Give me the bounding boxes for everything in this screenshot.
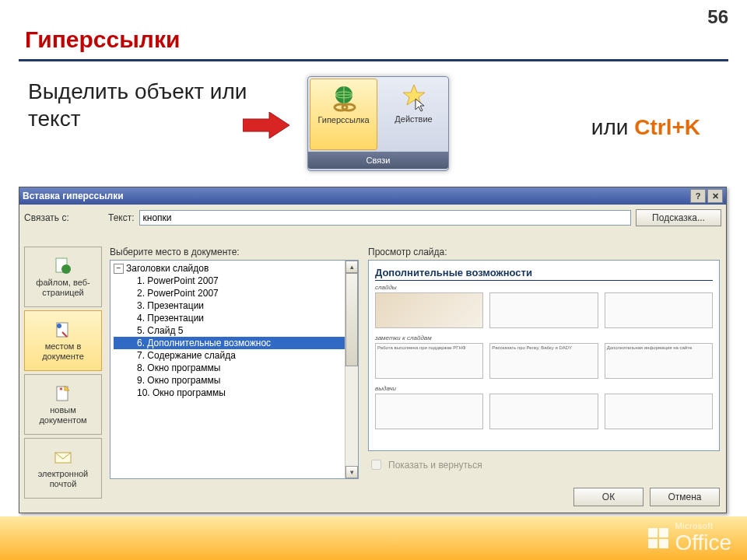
sidebar-item-file-web[interactable]: файлом, веб-страницей: [24, 247, 102, 307]
ribbon-hyperlink-label: Гиперссылка: [317, 115, 369, 124]
title-rule: [19, 59, 728, 61]
link-to-sidebar: файлом, веб-страницей местом в документе…: [24, 247, 102, 478]
insert-hyperlink-dialog: Вставка гиперссылки ? ✕ Связать с: Текст…: [19, 187, 727, 513]
tree-item-selected[interactable]: 6. Дополнительные возможнос: [114, 337, 356, 349]
tree-label: Выберите место в документе:: [110, 247, 359, 257]
footer-brand: Microsoft Office: [0, 516, 747, 560]
preview-thumb: [489, 394, 598, 429]
tree-item[interactable]: 2. PowerPoint 2007: [114, 287, 356, 299]
brand-small: Microsoft: [675, 521, 728, 530]
step-text: Выделить объект или текст: [28, 78, 261, 132]
preview-thumb: [489, 292, 598, 328]
slide-preview: Дополнительные возможности слайды заметк…: [368, 260, 720, 451]
tree-item[interactable]: 10. Окно программы: [114, 387, 356, 399]
shortcut-text: или Ctrl+K: [591, 115, 700, 140]
shortcut-key: Ctrl+K: [634, 115, 700, 139]
tree-item[interactable]: 4. Презентации: [114, 312, 356, 324]
collapse-icon[interactable]: −: [114, 264, 124, 274]
ribbon-hyperlink-button[interactable]: Гиперссылка: [310, 79, 377, 150]
slide-preview-pane: Просмотр слайда: Дополнительные возможно…: [368, 247, 720, 452]
page-number: 56: [707, 6, 728, 28]
preview-thumb: [375, 292, 483, 328]
page-globe-icon: [54, 257, 72, 275]
screentip-button[interactable]: Подсказка...: [636, 209, 721, 226]
preview-section: выдачи: [375, 385, 713, 392]
link-with-label: Связать с:: [24, 209, 102, 223]
preview-slide-title: Дополнительные возможности: [375, 267, 713, 281]
sidebar-item-new-doc[interactable]: ✶ новым документом: [24, 374, 102, 435]
tree-item[interactable]: 5. Слайд 5: [114, 324, 356, 337]
svg-marker-5: [403, 85, 425, 105]
sidebar-item-label: местом в документе: [26, 341, 100, 360]
svg-point-10: [57, 324, 61, 328]
tree-root[interactable]: − Заголовки слайдов: [114, 262, 356, 275]
slide-title: Гиперссылки: [25, 26, 180, 53]
preview-thumb: [605, 292, 713, 328]
tree-item[interactable]: 7. Содержание слайда: [114, 349, 356, 362]
show-return-label: Показать и вернуться: [388, 460, 482, 471]
preview-section: заметки к слайдам: [375, 334, 713, 341]
dialog-help-button[interactable]: ?: [690, 189, 706, 203]
globe-link-icon: [328, 84, 359, 114]
ribbon-group-label: Связи: [308, 152, 448, 169]
tree-root-label: Заголовки слайдов: [126, 263, 209, 274]
sidebar-item-place-in-doc[interactable]: местом в документе: [24, 310, 102, 371]
sidebar-item-email[interactable]: электронной почтой: [24, 438, 102, 499]
preview-section: слайды: [375, 284, 713, 291]
tree-item[interactable]: 9. Окно программы: [114, 374, 356, 387]
ok-button[interactable]: ОК: [573, 488, 644, 506]
dialog-close-button[interactable]: ✕: [707, 189, 723, 203]
dialog-title: Вставка гиперссылки: [23, 191, 689, 201]
arrow-icon: [243, 112, 289, 138]
office-logo-icon: [648, 528, 668, 548]
scroll-thumb[interactable]: [345, 273, 358, 366]
dialog-titlebar: Вставка гиперссылки ? ✕: [19, 187, 726, 205]
show-and-return-checkbox: Показать и вернуться: [368, 457, 482, 472]
tree-scrollbar[interactable]: ▴ ▾: [345, 261, 358, 478]
svg-text:✶: ✶: [58, 386, 64, 393]
preview-thumb: [375, 394, 483, 429]
tree-item[interactable]: 1. PowerPoint 2007: [114, 275, 356, 287]
preview-label: Просмотр слайда:: [368, 247, 720, 257]
cancel-button[interactable]: Отмена: [650, 488, 720, 506]
svg-marker-0: [243, 112, 289, 138]
shortcut-or: или: [591, 115, 629, 139]
star-cursor-icon: [398, 83, 430, 113]
new-document-icon: ✶: [54, 384, 72, 403]
sidebar-item-label: файлом, веб-страницей: [26, 278, 100, 296]
show-return-input: [371, 460, 381, 470]
preview-thumb: Дополнительная информация на сайте: [605, 343, 713, 379]
brand-big: Office: [675, 530, 731, 555]
sidebar-item-label: электронной почтой: [26, 469, 100, 488]
preview-thumb: Работа выполнена при поддержке РГНФ: [375, 343, 483, 379]
display-text-input[interactable]: [139, 210, 631, 226]
tree-item[interactable]: 8. Окно программы: [114, 362, 356, 374]
scroll-down-button[interactable]: ▾: [345, 466, 358, 478]
svg-point-4: [342, 104, 355, 110]
document-tree[interactable]: − Заголовки слайдов 1. PowerPoint 2007 2…: [110, 260, 359, 479]
preview-thumb: [605, 394, 713, 429]
svg-point-8: [61, 264, 71, 274]
document-bookmark-icon: [54, 320, 72, 339]
display-text-label: Текст:: [108, 212, 135, 223]
ribbon-group-links: Гиперссылка Действие Связи: [307, 76, 449, 171]
ribbon-action-label: Действие: [395, 114, 432, 124]
tree-item[interactable]: 3. Презентации: [114, 299, 356, 312]
preview-thumb: Рассказать про Репку, Бабку и DADY: [489, 343, 598, 379]
sidebar-item-label: новым документом: [26, 405, 100, 424]
ribbon-action-button[interactable]: Действие: [381, 79, 447, 150]
scroll-up-button[interactable]: ▴: [345, 261, 358, 273]
envelope-icon: [54, 448, 72, 467]
place-in-document-pane: Выберите место в документе: − Заголовки …: [110, 247, 359, 478]
